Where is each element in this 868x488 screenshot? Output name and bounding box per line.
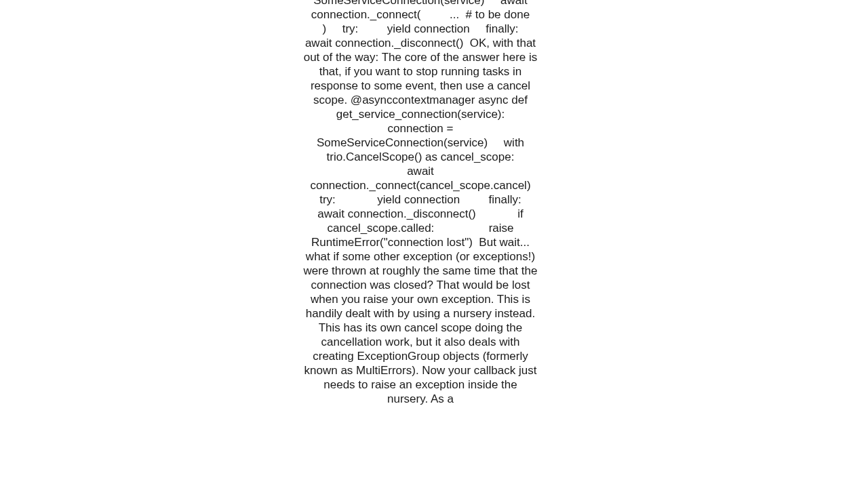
text-content-block: SomeServiceConnection(service) await con… — [302, 0, 539, 406]
